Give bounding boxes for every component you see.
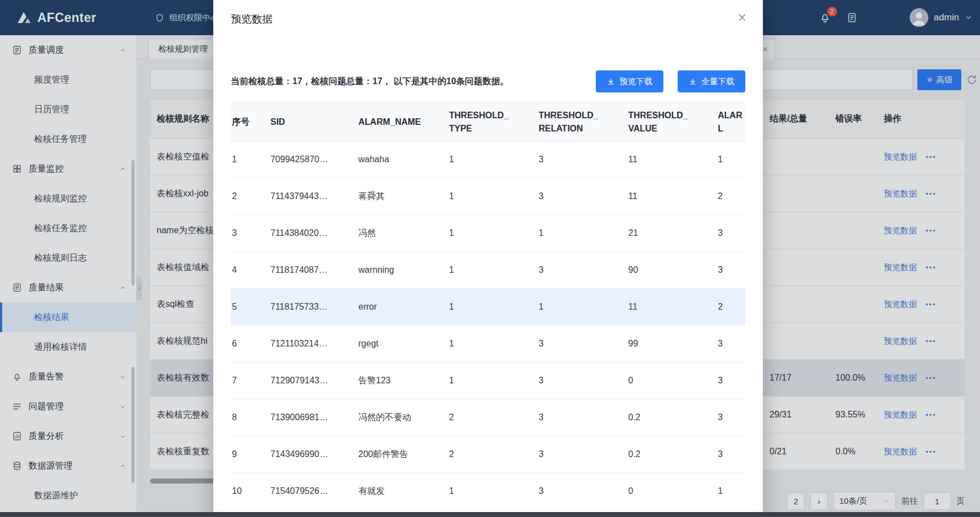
col-threshold-relation: THRESHOLD_ RELATION bbox=[538, 103, 627, 141]
preview-row: 27114379443…蒋舜其13112 bbox=[231, 178, 745, 215]
col-sid: SID bbox=[269, 103, 357, 141]
cell-threshold-value: 0.2 bbox=[627, 399, 717, 436]
cell-threshold-relation: 1 bbox=[538, 215, 627, 252]
preview-row: 47118174087…warnning13903 bbox=[231, 252, 745, 289]
cell-alarm-name: 有就发 bbox=[357, 473, 448, 510]
cell-index: 4 bbox=[231, 252, 269, 289]
cell-alarm-name: 冯然的不要动 bbox=[357, 399, 448, 436]
window-bottom-edge bbox=[0, 512, 980, 517]
cell-threshold-type: 1 bbox=[448, 141, 538, 178]
cell-threshold-relation: 3 bbox=[538, 473, 627, 510]
cell-threshold-relation: 3 bbox=[538, 326, 627, 362]
cell-index: 6 bbox=[231, 326, 269, 362]
cell-alarm-level: 3 bbox=[717, 362, 745, 399]
download-icon bbox=[689, 78, 697, 86]
cell-threshold-relation: 3 bbox=[538, 399, 627, 436]
preview-table-header-row: 序号 SID ALARM_NAME THRESHOLD_ TYPE THRESH… bbox=[231, 103, 745, 141]
cell-threshold-value: 0 bbox=[627, 473, 717, 510]
cell-index: 5 bbox=[231, 289, 269, 326]
cell-threshold-type: 2 bbox=[448, 399, 538, 436]
full-download-button[interactable]: 全量下载 bbox=[678, 70, 745, 92]
preview-row: 97143496990…200邮件警告230.23 bbox=[231, 436, 745, 473]
cell-threshold-type: 1 bbox=[448, 178, 538, 215]
cell-alarm-name: 冯然 bbox=[357, 215, 448, 252]
cell-index: 1 bbox=[231, 141, 269, 178]
cell-sid: 7139006981… bbox=[269, 399, 357, 436]
cell-alarm-level: 3 bbox=[717, 326, 745, 362]
cell-threshold-relation: 3 bbox=[538, 252, 627, 289]
cell-threshold-relation: 1 bbox=[538, 289, 627, 326]
cell-alarm-level: 1 bbox=[717, 473, 745, 510]
preview-download-button[interactable]: 预览下载 bbox=[596, 70, 663, 92]
cell-threshold-value: 0.2 bbox=[627, 436, 717, 473]
cell-threshold-relation: 3 bbox=[538, 141, 627, 178]
full-download-label: 全量下载 bbox=[701, 76, 734, 87]
cell-threshold-type: 2 bbox=[448, 436, 538, 473]
col-threshold-type: THRESHOLD_ TYPE bbox=[448, 103, 538, 141]
cell-threshold-type: 1 bbox=[448, 362, 538, 399]
col-alarm-level: ALAR L bbox=[717, 103, 745, 141]
preview-row: 77129079143…告警1231303 bbox=[231, 362, 745, 399]
cell-alarm-name: warnning bbox=[357, 252, 448, 289]
cell-alarm-level: 1 bbox=[717, 141, 745, 178]
cell-sid: 7118174087… bbox=[269, 252, 357, 289]
cell-threshold-value: 0 bbox=[627, 362, 717, 399]
summary-text: 当前检核总量：17，检核问题总量：17， 以下是其中的10条问题数据。 bbox=[231, 76, 509, 87]
cell-alarm-name: 蒋舜其 bbox=[357, 178, 448, 215]
cell-threshold-type: 1 bbox=[448, 326, 538, 362]
cell-alarm-level: 3 bbox=[717, 215, 745, 252]
download-buttons: 预览下载 全量下载 bbox=[596, 70, 745, 92]
cell-sid: 7114384020… bbox=[269, 215, 357, 252]
cell-threshold-value: 11 bbox=[627, 178, 717, 215]
preview-row: 37114384020…冯然11213 bbox=[231, 215, 745, 252]
cell-sid: 7143496990… bbox=[269, 436, 357, 473]
cell-threshold-relation: 3 bbox=[538, 362, 627, 399]
preview-row: 67121103214…rgegt13993 bbox=[231, 326, 745, 362]
cell-sid: 7114379443… bbox=[269, 178, 357, 215]
cell-alarm-level: 2 bbox=[717, 178, 745, 215]
cell-alarm-level: 3 bbox=[717, 399, 745, 436]
cell-index: 7 bbox=[231, 362, 269, 399]
cell-index: 8 bbox=[231, 399, 269, 436]
preview-row-highlighted: 57118175733…error11112 bbox=[231, 289, 745, 326]
cell-threshold-type: 1 bbox=[448, 289, 538, 326]
cell-alarm-name: rgegt bbox=[357, 326, 448, 362]
cell-index: 10 bbox=[231, 473, 269, 510]
cell-alarm-name: 200邮件警告 bbox=[357, 436, 448, 473]
cell-threshold-type: 1 bbox=[448, 252, 538, 289]
cell-sid: 7118175733… bbox=[269, 289, 357, 326]
cell-threshold-value: 21 bbox=[627, 215, 717, 252]
modal-title: 预览数据 bbox=[231, 12, 273, 26]
cell-index: 2 bbox=[231, 178, 269, 215]
cell-alarm-level: 3 bbox=[717, 436, 745, 473]
cell-index: 3 bbox=[231, 215, 269, 252]
cell-sid: 7129079143… bbox=[269, 362, 357, 399]
cell-alarm-level: 2 bbox=[717, 289, 745, 326]
preview-row: 107154079526…有就发1301 bbox=[231, 473, 745, 510]
cell-threshold-relation: 3 bbox=[538, 436, 627, 473]
preview-data-modal: 预览数据 × 当前检核总量：17，检核问题总量：17， 以下是其中的10条问题数… bbox=[213, 0, 763, 517]
col-alarm-name: ALARM_NAME bbox=[357, 103, 448, 141]
close-icon[interactable]: × bbox=[738, 10, 746, 25]
cell-alarm-name: error bbox=[357, 289, 448, 326]
cell-alarm-level: 3 bbox=[717, 252, 745, 289]
modal-header: 预览数据 × bbox=[213, 0, 763, 26]
modal-toolbar: 当前检核总量：17，检核问题总量：17， 以下是其中的10条问题数据。 预览下载… bbox=[231, 70, 745, 92]
preview-download-label: 预览下载 bbox=[619, 76, 652, 87]
col-index: 序号 bbox=[231, 103, 269, 141]
cell-threshold-type: 1 bbox=[448, 215, 538, 252]
col-threshold-value: THRESHOLD_ VALUE bbox=[627, 103, 717, 141]
preview-table: 序号 SID ALARM_NAME THRESHOLD_ TYPE THRESH… bbox=[231, 102, 745, 510]
cell-threshold-value: 11 bbox=[627, 289, 717, 326]
cell-alarm-name: wahaha bbox=[357, 141, 448, 178]
cell-sid: 7121103214… bbox=[269, 326, 357, 362]
cell-index: 9 bbox=[231, 436, 269, 473]
cell-threshold-value: 11 bbox=[627, 141, 717, 178]
cell-sid: 7154079526… bbox=[269, 473, 357, 510]
preview-row: 17099425870…wahaha13111 bbox=[231, 141, 745, 178]
cell-threshold-value: 90 bbox=[627, 252, 717, 289]
cell-alarm-name: 告警123 bbox=[357, 362, 448, 399]
download-icon bbox=[607, 78, 615, 86]
preview-row: 87139006981…冯然的不要动230.23 bbox=[231, 399, 745, 436]
cell-sid: 7099425870… bbox=[269, 141, 357, 178]
